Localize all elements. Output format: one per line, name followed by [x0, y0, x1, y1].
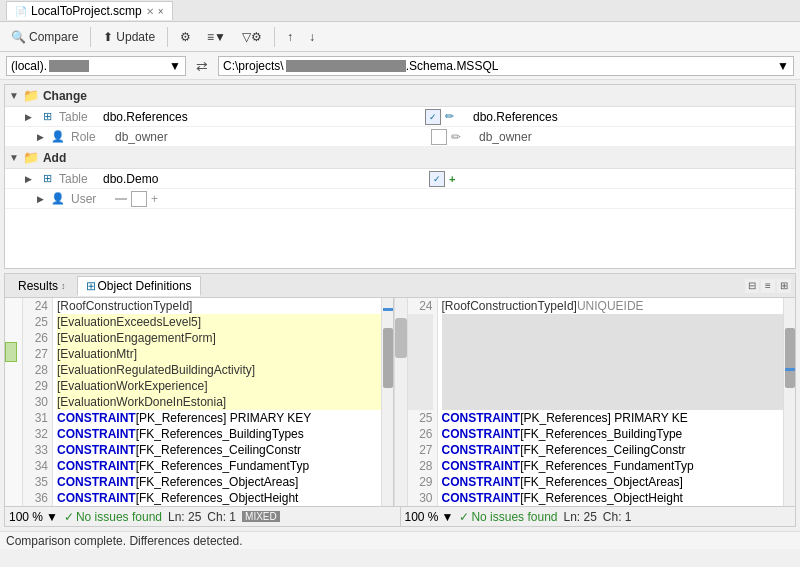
compare-icon: 🔍	[11, 30, 26, 44]
role-name: db_owner	[115, 130, 427, 144]
view-split-icon[interactable]: ⊟	[745, 279, 759, 293]
gear-icon: ⚙	[180, 30, 191, 44]
add-expand-icon[interactable]: ▼	[9, 152, 19, 163]
right-connection-dropdown[interactable]: C:\projects\ .Schema.MSSQL ▼	[218, 56, 794, 76]
demo-expand-icon[interactable]: ▶	[25, 174, 35, 184]
user-type-label: User	[71, 192, 111, 206]
right-line-24: [RoofConstructionTypeId] UNIQUEIDE	[442, 298, 784, 314]
right-scrollbar[interactable]	[783, 298, 795, 506]
left-line-27: [EvaluationMtr]	[57, 346, 381, 362]
user-item[interactable]: ▶ 👤 User +	[5, 189, 795, 209]
table-right-name: dbo.References	[465, 110, 791, 124]
right-line-30: CONSTRAINT [FK_References_ObjectHeight	[442, 490, 784, 506]
tab-results[interactable]: Results ↕	[9, 276, 75, 296]
table-check-1[interactable]: ✓	[425, 109, 441, 125]
table-expand-icon[interactable]: ▶	[25, 112, 35, 122]
add-group-header[interactable]: ▼ 📁 Add	[5, 147, 795, 169]
left-col-pos: Ch: 1	[207, 510, 236, 524]
left-zoom: 100 % ▼	[9, 510, 58, 524]
title-tab[interactable]: 📄 LocalToProject.scmp ✕ ×	[6, 1, 173, 20]
add-group-label: Add	[43, 151, 66, 165]
right-conn-text: C:\projects\	[223, 59, 284, 73]
left-line-36: CONSTRAINT [FK_References_ObjectHeight	[57, 490, 381, 506]
sep-thumb[interactable]	[395, 318, 407, 358]
right-diff-code: [RoofConstructionTypeId] UNIQUEIDE CONST…	[438, 298, 784, 506]
final-status-text: Comparison complete. Differences detecte…	[6, 534, 243, 548]
results-sort-icon: ↕	[61, 281, 66, 291]
filter-icon: ≡▼	[207, 30, 226, 44]
final-status-bar: Comparison complete. Differences detecte…	[0, 531, 800, 549]
view-side-icon[interactable]: ⊞	[777, 279, 791, 293]
left-zoom-arrow[interactable]: ▼	[46, 510, 58, 524]
left-line-34: CONSTRAINT [FK_References_FundamentTyp	[57, 458, 381, 474]
table-type-label: Table	[59, 110, 99, 124]
right-line-blank-6	[442, 394, 784, 410]
demo-check[interactable]: ✓	[429, 171, 445, 187]
left-line-31: CONSTRAINT [PK_References] PRIMARY KEY	[57, 410, 381, 426]
bottom-tabs: Results ↕ ⊞ Object Definitions ⊟ ≡ ⊞	[4, 273, 796, 297]
bottom-status-row: 100 % ▼ ✓ No issues found Ln: 25 Ch: 1 M…	[4, 507, 796, 527]
right-scroll-thumb[interactable]	[785, 328, 795, 388]
obj-def-icon: ⊞	[86, 279, 96, 293]
filter2-button[interactable]: ▽⚙	[235, 25, 269, 49]
demo-table-icon: ⊞	[39, 172, 55, 185]
role-icon: 👤	[51, 130, 67, 143]
left-ok-icon: ✓	[64, 510, 74, 524]
right-line-27: CONSTRAINT [FK_References_CeilingConstr	[442, 442, 784, 458]
right-line-pos: Ln: 25	[563, 510, 596, 524]
demo-name: dbo.Demo	[103, 172, 425, 186]
update-button[interactable]: ⬆ Update	[96, 25, 162, 49]
right-col-pos: Ch: 1	[603, 510, 632, 524]
left-status: 100 % ▼ ✓ No issues found Ln: 25 Ch: 1 M…	[5, 507, 401, 526]
left-line-25: [EvaluationExceedsLevel5]	[57, 314, 381, 330]
change-expand-icon[interactable]: ▼	[9, 90, 19, 101]
table-references-item[interactable]: ▶ ⊞ Table dbo.References ✓ ✏ dbo.Referen…	[5, 107, 795, 127]
user-add-icon: +	[151, 192, 167, 206]
up-button[interactable]: ↑	[280, 25, 300, 49]
update-icon: ⬆	[103, 30, 113, 44]
left-blue-marker	[383, 308, 393, 311]
filter-button[interactable]: ≡▼	[200, 25, 233, 49]
left-line-33: CONSTRAINT [FK_References_CeilingConstr	[57, 442, 381, 458]
left-mixed-badge: MIXED	[242, 511, 280, 522]
user-expand-icon[interactable]: ▶	[37, 194, 47, 204]
role-action-icon: ✏	[451, 130, 467, 144]
table-name: dbo.References	[103, 110, 421, 124]
left-scrollbar[interactable]	[381, 298, 393, 506]
compare-button[interactable]: 🔍 Compare	[4, 25, 85, 49]
right-diff-panel: 24 25 26 27 28 29 30 31 [RoofC	[408, 298, 796, 506]
left-conn-text: (local).	[11, 59, 47, 73]
demo-type-label: Table	[59, 172, 99, 186]
view-inline-icon[interactable]: ≡	[761, 279, 775, 293]
settings-button[interactable]: ⚙	[173, 25, 198, 49]
left-scroll-thumb[interactable]	[383, 328, 393, 388]
right-zoom-arrow[interactable]: ▼	[442, 510, 454, 524]
down-button[interactable]: ↓	[302, 25, 322, 49]
change-folder-icon: 📁	[23, 88, 39, 103]
toolbar-separator-1	[90, 27, 91, 47]
left-connection-dropdown[interactable]: (local). ▼	[6, 56, 186, 76]
role-check[interactable]	[431, 129, 447, 145]
role-expand-icon[interactable]: ▶	[37, 132, 47, 142]
user-name-redacted	[115, 198, 127, 200]
right-line-blank-2	[442, 330, 784, 346]
title-bar: 📄 LocalToProject.scmp ✕ ×	[0, 0, 800, 22]
close-tab-button[interactable]: ×	[158, 6, 164, 17]
add-folder-icon: 📁	[23, 150, 39, 165]
table-demo-item[interactable]: ▶ ⊞ Table dbo.Demo ✓ +	[5, 169, 795, 189]
role-right-name: db_owner	[471, 130, 791, 144]
right-no-issues: ✓ No issues found	[459, 510, 557, 524]
change-group-header[interactable]: ▼ 📁 Change	[5, 85, 795, 107]
left-diff-code: [RoofConstructionTypeId] [EvaluationExce…	[53, 298, 381, 506]
tab-object-definitions[interactable]: ⊞ Object Definitions	[77, 276, 201, 296]
user-check[interactable]	[131, 191, 147, 207]
change-arrow-box	[5, 342, 17, 362]
right-status: 100 % ▼ ✓ No issues found Ln: 25 Ch: 1	[401, 507, 796, 526]
right-line-blank-3	[442, 346, 784, 362]
diff-view-controls: ⊟ ≡ ⊞	[745, 279, 791, 293]
table-icon: ⊞	[39, 110, 55, 123]
table-action-edit-icon: ✏	[445, 110, 461, 123]
role-dbowner-item[interactable]: ▶ 👤 Role db_owner ✏ db_owner	[5, 127, 795, 147]
file-icon: 📄	[15, 6, 27, 17]
left-line-24: [RoofConstructionTypeId]	[57, 298, 381, 314]
